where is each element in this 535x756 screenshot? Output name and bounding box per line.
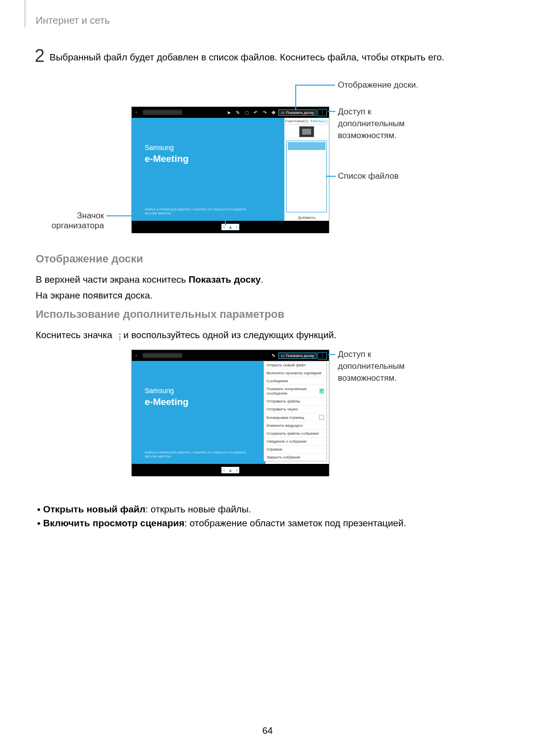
bottom-bar-2: ‹ ▲ › bbox=[132, 464, 329, 476]
content-row: 〉 〉 Samsung e-Meeting SIMPLE & PAPERLESS… bbox=[132, 118, 329, 221]
slide-preview: 〉 〉 Samsung e-Meeting SIMPLE & PAPERLESS… bbox=[132, 118, 284, 221]
menu-item[interactable]: Сообщение bbox=[264, 377, 326, 385]
slide-tagline-2: SECURE MEETING bbox=[145, 212, 171, 215]
bullet-item: Включить просмотр сценария: отображение … bbox=[37, 518, 406, 529]
toolbar-2: ✎ ▭ Показать доску ⋮ bbox=[269, 352, 329, 359]
side-panel: Участники(1) Файлы(1) Добавить bbox=[284, 118, 329, 221]
pager-prev-icon[interactable]: ‹ bbox=[223, 467, 225, 473]
show-board-button[interactable]: ▭ Показать доску bbox=[278, 353, 317, 359]
pen-icon[interactable]: ✎ bbox=[234, 108, 242, 116]
callout-more-1: Доступ к bbox=[338, 107, 372, 117]
slide-title: e-Meeting bbox=[145, 397, 189, 407]
file-item[interactable] bbox=[288, 142, 325, 150]
undo-icon[interactable]: ↶ bbox=[252, 108, 260, 116]
more-icon[interactable]: ⋮ bbox=[318, 109, 327, 116]
slide-title: e-Meeting bbox=[145, 153, 189, 164]
page-margin-line bbox=[25, 0, 25, 27]
slide-brand: Samsung bbox=[145, 144, 174, 151]
step-text: Выбранный файл будет добавлен в список ф… bbox=[50, 52, 444, 63]
file-thumb[interactable] bbox=[299, 126, 314, 137]
tab-files[interactable]: Файлы(1) bbox=[308, 118, 329, 124]
checkbox-icon[interactable] bbox=[320, 389, 324, 394]
chevron-right-icon[interactable]: 〉 bbox=[276, 169, 281, 176]
board-icon: ▭ bbox=[281, 110, 285, 115]
menu-item[interactable]: Блокировка страниц bbox=[264, 413, 326, 422]
chevron-left-icon[interactable]: 〉 bbox=[135, 169, 140, 176]
menu-item[interactable]: Показать полученные сообщения bbox=[264, 385, 326, 398]
organizer-badge-icon: ▲ bbox=[228, 467, 233, 473]
slide-tagline-2: SECURE MEETING bbox=[145, 455, 171, 458]
more-icon-inline bbox=[115, 332, 121, 340]
show-board-label: Показать доску bbox=[286, 110, 314, 115]
app-bar-2: ‹ ✎ ▭ Показать доску ⋮ bbox=[132, 350, 329, 361]
bullet-list: Открыть новый файл: открыть новые файлы.… bbox=[37, 501, 406, 532]
eraser-icon[interactable]: ◌ bbox=[243, 108, 251, 116]
checkbox-icon[interactable] bbox=[319, 415, 324, 420]
toolbar: ➤ ✎ ◌ ↶ ↷ ✥ ▭ Показать доску ⋮ bbox=[225, 108, 329, 116]
chevron-left-icon[interactable]: 〉 bbox=[135, 412, 140, 419]
file-list bbox=[286, 141, 327, 212]
organizer-badge-icon: ▲ bbox=[228, 224, 233, 230]
para-board-2: На экране появится доска. bbox=[36, 288, 153, 303]
back-icon[interactable]: ‹ bbox=[132, 110, 141, 115]
callout-line bbox=[328, 111, 335, 112]
slide-tagline-1: SIMPLE & PAPERLESS MEETING / SHARING OF … bbox=[145, 451, 246, 454]
callout2-more-2: дополнительным bbox=[338, 361, 405, 371]
callout2-more-1: Доступ к bbox=[338, 350, 372, 359]
screenshot-2: ‹ ✎ ▭ Показать доску ⋮ 〉 Samsung e-Meeti… bbox=[131, 350, 329, 476]
callout-line bbox=[295, 85, 296, 110]
menu-item[interactable]: Закрыть собрание bbox=[264, 454, 326, 461]
menu-item[interactable]: Справка bbox=[264, 446, 326, 454]
meeting-title-blur bbox=[143, 110, 182, 115]
callout-files: Список файлов bbox=[338, 171, 399, 181]
side-tabs: Участники(1) Файлы(1) bbox=[284, 118, 329, 125]
pointer-icon[interactable]: ✥ bbox=[269, 108, 277, 116]
show-board-label: Показать доску bbox=[286, 353, 314, 358]
heading-board: Отображение доски bbox=[36, 252, 143, 265]
slide-tagline-1: SIMPLE & PAPERLESS MEETING / SHARING OF … bbox=[145, 208, 246, 211]
callout-line bbox=[107, 215, 225, 216]
para-more: Коснитесь значка и воспользуйтесь одной … bbox=[36, 328, 336, 343]
callout-board: Отображение доски. bbox=[338, 80, 418, 90]
callout-line bbox=[326, 176, 336, 177]
breadcrumb: Интернет и сеть bbox=[36, 15, 110, 26]
callout-organizer: Значок организатора bbox=[47, 211, 104, 231]
back-icon[interactable]: ‹ bbox=[132, 353, 141, 358]
bullet-item: Открыть новый файл: открыть новые файлы. bbox=[37, 504, 406, 515]
page-number: 64 bbox=[0, 725, 535, 736]
menu-item[interactable]: Отправить файлы bbox=[264, 398, 326, 405]
menu-item[interactable]: Включить просмотр сценария bbox=[264, 369, 326, 377]
callout2-more-3: возможностям. bbox=[338, 373, 397, 383]
menu-item[interactable]: Сведения о собрании bbox=[264, 438, 326, 446]
cursor-icon[interactable]: ➤ bbox=[225, 108, 233, 116]
callout-line bbox=[295, 85, 335, 86]
heading-more: Использование дополнительных параметров bbox=[36, 308, 284, 321]
more-icon[interactable]: ⋮ bbox=[318, 352, 327, 359]
slide-brand: Samsung bbox=[145, 387, 174, 395]
pager: ‹ ▲ › bbox=[221, 224, 240, 230]
menu-item[interactable]: Открыть новый файл bbox=[264, 361, 326, 369]
menu-item[interactable]: Отправить через bbox=[264, 405, 326, 413]
board-icon: ▭ bbox=[281, 353, 285, 358]
step-number: 2 bbox=[35, 46, 45, 66]
app-bar: ‹ ➤ ✎ ◌ ↶ ↷ ✥ ▭ Показать доску ⋮ bbox=[132, 107, 329, 118]
pager-2: ‹ ▲ › bbox=[221, 467, 240, 473]
pager-next-icon[interactable]: › bbox=[236, 224, 237, 230]
pen-icon[interactable]: ✎ bbox=[269, 352, 277, 359]
pager-next-icon[interactable]: › bbox=[236, 467, 237, 473]
para-board-1: В верхней части экрана коснитесь Показат… bbox=[36, 272, 264, 287]
options-menu: Открыть новый файл Включить просмотр сце… bbox=[264, 361, 327, 461]
meeting-title-blur bbox=[143, 353, 182, 358]
show-board-button[interactable]: ▭ Показать доску bbox=[278, 109, 317, 116]
redo-icon[interactable]: ↷ bbox=[261, 108, 268, 116]
tab-participants[interactable]: Участники(1) bbox=[284, 118, 308, 124]
callout-more-3: возможностям. bbox=[338, 131, 397, 141]
menu-item[interactable]: Изменить ведущего bbox=[264, 422, 326, 430]
add-button[interactable]: Добавить bbox=[284, 214, 329, 221]
callout-line bbox=[328, 354, 335, 355]
slide-preview-2: 〉 Samsung e-Meeting SIMPLE & PAPERLESS M… bbox=[132, 361, 266, 464]
callout-more-2: дополнительным bbox=[338, 119, 405, 129]
screenshot-1: ‹ ➤ ✎ ◌ ↶ ↷ ✥ ▭ Показать доску ⋮ 〉 〉 Sam… bbox=[131, 106, 329, 233]
menu-item[interactable]: Сохранить файлы собрания bbox=[264, 430, 326, 438]
bottom-bar: ‹ ▲ › bbox=[132, 221, 329, 233]
